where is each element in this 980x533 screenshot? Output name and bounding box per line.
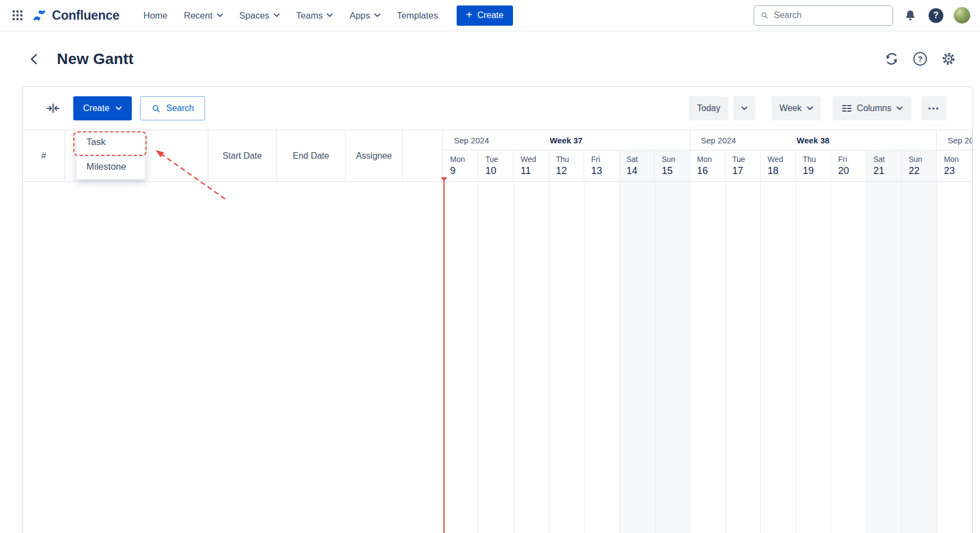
more-options-button[interactable]: •••	[921, 96, 947, 120]
task-list-empty-area	[23, 182, 444, 533]
day-name: Fri	[838, 155, 866, 164]
day-number: 10	[486, 165, 514, 177]
nav-item-label: Apps	[349, 10, 370, 21]
day-header-wed-18: Wed18	[761, 150, 796, 181]
day-name: Thu	[556, 155, 584, 164]
timeline-grid-column	[796, 182, 832, 533]
user-avatar[interactable]	[954, 7, 970, 24]
timeline-grid-column	[479, 182, 514, 533]
gantt-help-button[interactable]: ?	[912, 51, 928, 67]
nav-item-apps[interactable]: Apps	[349, 10, 381, 21]
nav-item-label: Teams	[296, 10, 323, 21]
column-header-end-date[interactable]: End Date	[277, 130, 346, 181]
timeline-grid-column-weekend	[620, 182, 655, 533]
column-header-number[interactable]: #	[23, 130, 65, 181]
day-name: Tue	[732, 155, 760, 164]
chevron-down-icon	[217, 13, 223, 18]
nav-item-home[interactable]: Home	[143, 10, 167, 21]
day-number: 13	[591, 165, 619, 177]
columns-icon	[841, 103, 852, 114]
back-button[interactable]	[27, 52, 42, 66]
refresh-icon	[884, 51, 899, 66]
app-grid-icon	[11, 9, 24, 21]
day-name: Mon	[944, 155, 972, 164]
settings-button[interactable]	[940, 50, 957, 67]
day-name: Wed	[521, 155, 549, 164]
day-header-thu-12: Thu12	[549, 150, 585, 181]
help-button[interactable]: ?	[928, 7, 944, 24]
week-label: Week 38	[690, 136, 937, 145]
day-number: 18	[768, 165, 796, 177]
app-switcher-button[interactable]	[8, 5, 27, 25]
notifications-button[interactable]	[902, 8, 918, 24]
day-number: 16	[697, 165, 725, 177]
chevron-down-icon	[326, 13, 333, 18]
collapse-icon	[46, 101, 60, 115]
chevron-down-icon	[741, 106, 748, 111]
day-name: Wed	[768, 155, 796, 164]
bell-icon	[903, 9, 917, 22]
zoom-level-button[interactable]: Week	[772, 96, 821, 120]
collapse-columns-button[interactable]	[44, 99, 62, 118]
global-search-input[interactable]	[774, 10, 886, 20]
timeline-grid-column	[690, 182, 726, 533]
gantt-create-button[interactable]: Create	[73, 96, 132, 120]
day-header-mon-16: Mon16	[690, 150, 726, 181]
chevron-down-icon	[807, 106, 813, 111]
timeline-grid-column-weekend	[867, 182, 902, 533]
gantt-search-button[interactable]: Search	[140, 96, 205, 120]
week-label: Week 37	[443, 136, 690, 145]
top-navigation-bar: Confluence Home Recent Spaces Teams Apps	[0, 0, 980, 31]
refresh-button[interactable]	[883, 50, 900, 67]
column-header-assignee[interactable]: Assignee	[346, 130, 402, 181]
global-search-box[interactable]	[754, 5, 893, 26]
nav-item-recent[interactable]: Recent	[184, 10, 223, 21]
day-header-fri-13: Fri13	[584, 150, 620, 181]
confluence-logo-icon	[32, 8, 47, 23]
day-header-sat-14: Sat14	[620, 150, 655, 181]
day-number: 21	[873, 165, 901, 177]
day-header-mon-9: Mon9	[443, 150, 479, 181]
back-chevron-icon	[27, 52, 42, 66]
columns-button[interactable]: Columns	[833, 96, 911, 120]
nav-item-label: Recent	[184, 10, 212, 21]
logo-wordmark: Confluence	[52, 8, 119, 23]
day-name: Mon	[450, 155, 478, 164]
global-create-button[interactable]: + Create	[457, 5, 513, 26]
timeline-grid-column	[831, 182, 867, 533]
day-name: Sun	[909, 155, 937, 164]
column-header-label: #	[41, 151, 46, 161]
primary-nav: Home Recent Spaces Teams Apps Templates	[143, 10, 438, 21]
gantt-panel: Create Search Today Week	[22, 86, 973, 533]
menu-item-label: Milestone	[86, 161, 126, 172]
zoom-level-label: Week	[779, 103, 802, 113]
day-name: Mon	[697, 155, 725, 164]
gear-icon	[941, 51, 956, 66]
nav-item-teams[interactable]: Teams	[296, 10, 334, 21]
day-number: 22	[909, 165, 937, 177]
confluence-logo[interactable]: Confluence	[32, 8, 119, 23]
timeline-grid-column	[761, 182, 796, 533]
day-name: Tue	[486, 155, 514, 164]
ellipsis-icon: •••	[928, 105, 940, 113]
gantt-toolbar: Create Search Today Week	[23, 87, 972, 130]
plus-icon: +	[466, 9, 472, 20]
column-header-start-date[interactable]: Start Date	[208, 130, 277, 181]
day-number: 9	[450, 165, 478, 177]
day-number: 19	[803, 165, 831, 177]
timeline-day-row: Mon9 Tue10 Wed11 Thu12 Fri13 Sat14 Sun15…	[443, 150, 972, 181]
timeline-week-groups: Sep 2024 Week 37 Sep 2024 Week 38 Sep 20…	[443, 130, 972, 150]
day-header-sun-22: Sun22	[902, 150, 937, 181]
nav-item-spaces[interactable]: Spaces	[240, 10, 280, 21]
search-icon	[760, 10, 769, 20]
confluence-gantt-app: Confluence Home Recent Spaces Teams Apps	[0, 0, 980, 533]
day-name: Thu	[803, 155, 831, 164]
menu-item-milestone[interactable]: Milestone	[77, 154, 145, 179]
timeline-grid-column	[549, 182, 585, 533]
toolbar-right-group: Today Week	[689, 96, 947, 120]
menu-item-task[interactable]: Task	[77, 130, 145, 154]
nav-item-templates[interactable]: Templates	[397, 10, 438, 21]
today-button[interactable]: Today	[689, 96, 729, 120]
page-title: New Gantt	[57, 50, 133, 68]
today-options-button[interactable]	[733, 96, 755, 120]
